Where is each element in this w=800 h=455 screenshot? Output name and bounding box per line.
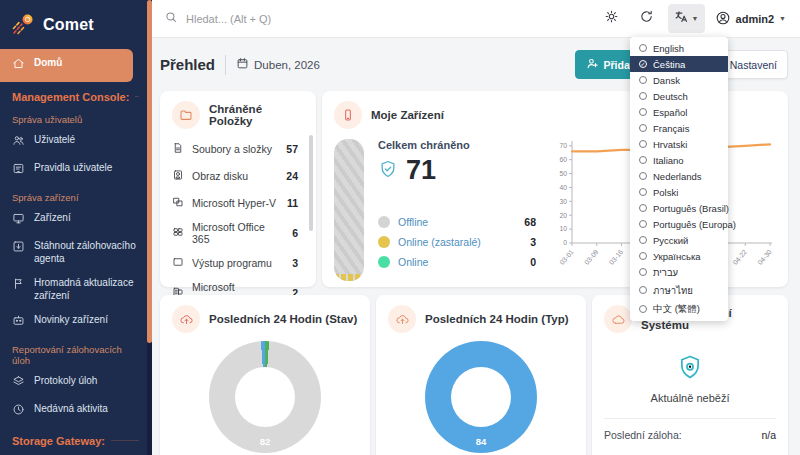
sidebar-scrollbar-thumb[interactable] bbox=[147, 0, 152, 343]
language-option[interactable]: Dansk bbox=[630, 72, 728, 88]
user-menu-button[interactable]: admin2 ▼ bbox=[713, 6, 788, 32]
language-label: Italiano bbox=[653, 155, 684, 166]
language-option[interactable]: Hrvatski bbox=[630, 136, 728, 152]
search-bar[interactable] bbox=[164, 10, 590, 28]
sidebar-item[interactable]: Buckety úložiště bbox=[0, 451, 147, 455]
language-label: Deutsch bbox=[653, 91, 688, 102]
hyperv-icon bbox=[172, 194, 184, 212]
clock-icon bbox=[12, 403, 25, 420]
protected-item-label: Obraz disku bbox=[192, 170, 278, 182]
language-option[interactable]: ✓Čeština bbox=[630, 56, 728, 72]
legend-value: 0 bbox=[530, 256, 536, 268]
shield-check-icon bbox=[378, 159, 398, 183]
language-option[interactable]: Italiano bbox=[630, 152, 728, 168]
calendar-icon bbox=[236, 57, 249, 72]
device-icon bbox=[334, 101, 362, 129]
language-option[interactable]: English bbox=[630, 40, 728, 56]
sidebar-item[interactable]: Stáhnout zálohovacího agenta bbox=[0, 234, 147, 271]
language-option[interactable]: 中文 (繁體) bbox=[630, 300, 728, 318]
sidebar-subsection-header: Správa zařízení bbox=[0, 185, 147, 206]
language-option[interactable]: Português (Brasil) bbox=[630, 200, 728, 216]
sidebar-item[interactable]: Novinky zařízení bbox=[0, 308, 147, 337]
sidebar-item[interactable]: Domů bbox=[0, 49, 133, 82]
topbar: ▼ admin2 ▼ bbox=[152, 0, 800, 38]
file-icon bbox=[172, 140, 184, 158]
sidebar-item[interactable]: Hromadná aktualizace zařízení bbox=[0, 271, 147, 308]
legend-label[interactable]: Offline bbox=[398, 216, 516, 228]
theme-toggle-button[interactable] bbox=[598, 4, 625, 33]
protected-item-row[interactable]: Výstup programu3 bbox=[172, 249, 304, 276]
status-donut-value: 82 bbox=[260, 436, 271, 447]
radio-icon bbox=[639, 305, 647, 313]
language-option[interactable]: עברית bbox=[630, 264, 728, 280]
protected-item-label: Výstup programu bbox=[192, 257, 284, 269]
language-option[interactable]: Français bbox=[630, 120, 728, 136]
last24-status-card: Posledních 24 Hodin (Stav) 82 bbox=[160, 295, 370, 455]
radio-icon bbox=[639, 92, 647, 100]
sidebar-item[interactable]: Nedávná aktivita bbox=[0, 397, 147, 426]
refresh-button[interactable] bbox=[633, 4, 660, 33]
my-devices-title: Moje Zařízení bbox=[371, 109, 444, 121]
radio-icon bbox=[639, 156, 647, 164]
language-option[interactable]: Português (Europa) bbox=[630, 216, 728, 232]
radio-icon bbox=[639, 236, 647, 244]
download-icon bbox=[12, 240, 25, 257]
legend-label[interactable]: Online bbox=[398, 256, 522, 268]
sun-icon bbox=[604, 9, 619, 28]
svg-text:03-09: 03-09 bbox=[583, 248, 600, 266]
logo[interactable]: Comet bbox=[0, 0, 147, 49]
protected-items-title: Chráněné Položky bbox=[209, 103, 304, 127]
protected-item-row[interactable]: Soubory a složky57 bbox=[172, 135, 304, 162]
sidebar-item-label: Protokoly úloh bbox=[34, 375, 97, 388]
radio-icon bbox=[639, 124, 647, 132]
sidebar-item[interactable]: Uživatelé bbox=[0, 128, 147, 157]
sidebar-item-label: Nedávná aktivita bbox=[34, 403, 108, 416]
devices-status-bar bbox=[334, 139, 364, 281]
layers-icon bbox=[12, 375, 25, 392]
search-icon bbox=[164, 10, 178, 28]
language-option[interactable]: ภาษาไทย bbox=[630, 280, 728, 300]
radio-icon bbox=[639, 220, 647, 228]
language-option[interactable]: Українська bbox=[630, 248, 728, 264]
language-dropdown-menu: English✓ČeštinaDanskDeutschEspañolFrança… bbox=[630, 37, 728, 321]
legend-row: Offline68 bbox=[378, 212, 536, 232]
sidebar: Comet DomůManagement Console:Správa uživ… bbox=[0, 0, 152, 455]
chevron-down-icon: ▼ bbox=[779, 15, 786, 22]
date-text: Duben, 2026 bbox=[254, 59, 320, 71]
list-scrollbar[interactable] bbox=[309, 135, 313, 231]
protected-item-count: 57 bbox=[286, 143, 298, 155]
svg-text:70: 70 bbox=[559, 142, 567, 149]
protected-item-row[interactable]: Obraz disku24 bbox=[172, 162, 304, 189]
radio-icon bbox=[639, 172, 647, 180]
sidebar-item[interactable]: Zařízení bbox=[0, 206, 147, 235]
language-option[interactable]: Deutsch bbox=[630, 88, 728, 104]
language-option[interactable]: Español bbox=[630, 104, 728, 120]
protected-item-row[interactable]: Microsoft Office 3656 bbox=[172, 216, 304, 249]
protected-item-row[interactable]: Microsoft Hyper-V11 bbox=[172, 189, 304, 216]
legend-label[interactable]: Online (zastaralé) bbox=[398, 236, 522, 248]
chevron-down-icon: ▼ bbox=[692, 15, 699, 22]
sidebar-scrollbar[interactable] bbox=[147, 0, 152, 455]
language-option[interactable]: Polski bbox=[630, 184, 728, 200]
radio-icon bbox=[639, 286, 647, 294]
legend-value: 3 bbox=[530, 236, 536, 248]
office365-icon bbox=[172, 224, 184, 242]
radio-icon bbox=[639, 268, 647, 276]
svg-text:04-22: 04-22 bbox=[731, 248, 748, 266]
sidebar-item[interactable]: Protokoly úloh bbox=[0, 369, 147, 398]
legend-dot bbox=[378, 236, 390, 248]
language-button[interactable]: ▼ bbox=[668, 4, 705, 33]
protected-item-label: Microsoft Hyper-V bbox=[192, 197, 279, 209]
language-option[interactable]: Русский bbox=[630, 232, 728, 248]
protected-item-count: 11 bbox=[287, 197, 298, 209]
language-option[interactable]: Nederlands bbox=[630, 168, 728, 184]
svg-text:40: 40 bbox=[559, 184, 567, 191]
sidebar-item[interactable]: Pravidla uživatele bbox=[0, 156, 147, 185]
self-backup-status: Aktuálně neběží bbox=[604, 392, 776, 404]
sidebar-item-label: Domů bbox=[34, 57, 62, 70]
language-label: English bbox=[653, 43, 684, 54]
language-label: Polski bbox=[653, 187, 678, 198]
total-protected-label: Celkem chráněno bbox=[378, 139, 536, 151]
radio-icon bbox=[639, 76, 647, 84]
search-input[interactable] bbox=[186, 13, 446, 25]
